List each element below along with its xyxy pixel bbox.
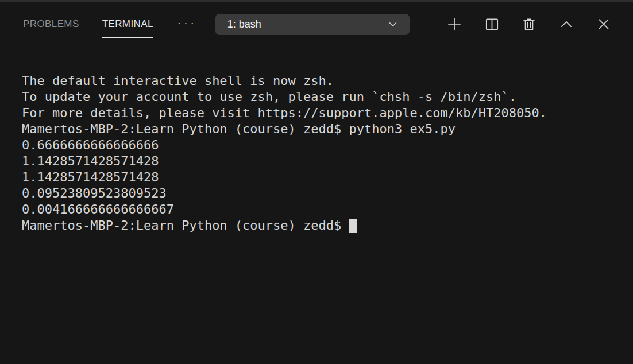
terminal-line: To update your account to use zsh, pleas… [22, 89, 622, 105]
terminal-prompt-line: Mamertos-MBP-2:Learn Python (course) zed… [22, 218, 622, 234]
tab-problems[interactable]: PROBLEMS [23, 18, 79, 30]
close-icon [596, 16, 612, 32]
terminal-line: 1.1428571428571428 [22, 153, 622, 169]
tab-terminal[interactable]: TERMINAL [102, 18, 153, 30]
terminal-line: 0.09523809523809523 [22, 185, 622, 202]
split-terminal-button[interactable] [483, 15, 501, 33]
split-icon [484, 16, 500, 33]
terminal-line: 0.6666666666666666 [22, 137, 622, 153]
terminal-prompt: Mamertos-MBP-2:Learn Python (course) zed… [22, 218, 349, 234]
terminal-output[interactable]: The default interactive shell is now zsh… [0, 47, 633, 234]
chevron-down-icon [387, 18, 399, 30]
kill-terminal-button[interactable] [520, 15, 538, 33]
terminal-select-value: 1: bash [227, 18, 261, 30]
new-terminal-button[interactable] [445, 15, 464, 33]
terminal-line: 0.004166666666666667 [22, 202, 622, 218]
terminal-line: 1.1428571428571428 [22, 169, 622, 185]
terminal-line: Mamertos-MBP-2:Learn Python (course) zed… [22, 121, 622, 137]
terminal-panel: PROBLEMS TERMINAL ··· 1: bash [0, 0, 633, 364]
more-actions-button[interactable]: ··· [177, 17, 197, 32]
terminal-output-lines: The default interactive shell is now zsh… [22, 73, 622, 218]
panel-action-buttons [445, 15, 613, 33]
panel-tab-bar: PROBLEMS TERMINAL [23, 18, 153, 30]
terminal-select-dropdown[interactable]: 1: bash [215, 14, 410, 35]
terminal-line: The default interactive shell is now zsh… [22, 73, 622, 89]
terminal-cursor [349, 219, 357, 233]
chevron-up-icon [558, 16, 574, 32]
plus-icon [445, 15, 464, 33]
ellipsis-icon: ··· [177, 17, 197, 29]
maximize-panel-button[interactable] [557, 15, 576, 33]
terminal-line: For more details, please visit https://s… [22, 105, 622, 121]
panel-title-bar: PROBLEMS TERMINAL ··· 1: bash [0, 2, 633, 47]
trash-icon [521, 16, 537, 32]
close-panel-button[interactable] [595, 15, 613, 33]
